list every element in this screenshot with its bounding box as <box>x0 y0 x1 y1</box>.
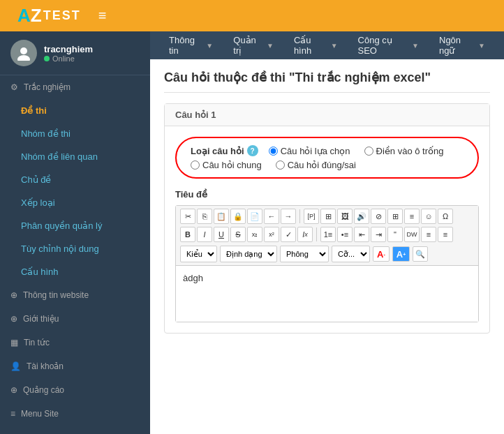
nav-cong-cu-seo-label: Công cụ SEO <box>358 35 410 56</box>
sidebar-section-quang-cao[interactable]: ⊕ Quảng cáo <box>0 378 150 402</box>
btn-paste-doc[interactable]: 📄 <box>247 209 262 224</box>
btn-indent[interactable]: ⇥ <box>371 227 386 242</box>
thong-tin-website-icon: ⊕ <box>10 290 17 300</box>
select-phong[interactable]: Phông <box>280 246 329 262</box>
btn-ul[interactable]: •≡ <box>337 227 353 242</box>
chu-de-label: Chủ đề <box>21 174 51 185</box>
cau-hinh-label: Cấu hình <box>21 267 59 277</box>
sidebar-section-tin-tuc[interactable]: ▦ Tin tức <box>0 331 150 354</box>
tuy-chinh-label: Tùy chỉnh nội dung <box>21 244 99 254</box>
select-kieu[interactable]: Kiểu <box>180 246 217 262</box>
sidebar-item-phan-quyen[interactable]: Phân quyền quản lý <box>0 214 150 237</box>
btn-table[interactable]: ⊞ <box>387 209 403 224</box>
nav-thong-tin[interactable]: Thông tin ▼ <box>161 31 221 61</box>
sidebar-item-xep-loai[interactable]: Xếp loại <box>0 191 150 214</box>
sidebar-item-nhom-de-lien-quan[interactable]: Nhóm đề liên quan <box>0 145 150 168</box>
sidebar: tracnghiem Online ⚙ Trắc nghiệm Đề thi N… <box>0 31 150 434</box>
sidebar-item-chu-de[interactable]: Chủ đề <box>0 168 150 191</box>
option-dung-sai[interactable]: Câu hỏi đúng/sai <box>276 160 356 170</box>
nav-bar: Thông tin ▼ Quản trị ▼ Cấu hình ▼ Công c… <box>150 31 504 59</box>
de-thi-label: Đề thi <box>21 105 47 116</box>
sep2 <box>316 227 317 241</box>
logo: A Z TEST <box>10 1 88 30</box>
btn-italic[interactable]: I <box>197 227 212 242</box>
option-dien-vao[interactable]: Điền vào ô trống <box>364 146 444 156</box>
btn-smiley[interactable]: ☺ <box>421 209 436 224</box>
help-icon[interactable]: ? <box>247 145 258 156</box>
btn-hr[interactable]: ≡ <box>404 209 420 224</box>
sidebar-item-de-thi[interactable]: Đề thi <box>0 99 150 122</box>
btn-underline[interactable]: U <box>214 227 229 242</box>
logo-z: Z <box>31 5 42 27</box>
nhom-de-thi-label: Nhóm đề thi <box>21 128 71 139</box>
sidebar-section-menu-site[interactable]: ≡ Menu Site <box>0 402 150 426</box>
btn-ol[interactable]: 1≡ <box>320 227 336 242</box>
option-lua-chon[interactable]: Câu hỏi lựa chọn <box>269 146 350 156</box>
btn-undo[interactable]: ← <box>264 209 279 224</box>
sidebar-section-tai-khoan[interactable]: 👤 Tài khoản <box>0 354 150 378</box>
btn-check[interactable]: ✓ <box>281 227 296 242</box>
btn-sound[interactable]: 🔊 <box>354 209 369 224</box>
thong-tin-website-label: Thông tin website <box>23 290 89 300</box>
btn-image[interactable]: 🖼 <box>337 209 353 224</box>
tieude-label: Tiêu đề <box>175 189 479 200</box>
trac-nghiem-icon: ⚙ <box>10 82 18 92</box>
nav-cau-hinh[interactable]: Cấu hình ▼ <box>286 31 346 61</box>
select-co[interactable]: Cỡ... <box>332 246 370 262</box>
quang-cao-icon: ⊕ <box>10 385 17 395</box>
nav-ngon-ngu[interactable]: Ngôn ngữ ▼ <box>431 31 494 61</box>
logo-a: A <box>17 5 31 27</box>
nav-quan-tri[interactable]: Quản trị ▼ <box>225 31 282 61</box>
nav-cau-hinh-label: Cấu hình <box>294 35 328 56</box>
nav-cong-cu-seo[interactable]: Công cụ SEO ▼ <box>350 31 427 61</box>
hamburger-menu[interactable]: ≡ <box>98 8 107 24</box>
svg-point-1 <box>17 55 30 61</box>
question-card: Câu hỏi 1 Loại câu hỏi ? Câu hỏi lựa chọ… <box>164 103 490 334</box>
option-chung[interactable]: Câu hỏi chung <box>191 160 262 170</box>
btn-font-color-plus[interactable]: A+ <box>392 246 410 262</box>
question-type-section: Loại câu hỏi ? Câu hỏi lựa chọn Điền vào… <box>175 137 479 179</box>
gioi-thieu-icon: ⊕ <box>10 314 17 324</box>
btn-strike[interactable]: S <box>230 227 246 242</box>
btn-cut[interactable]: ✂ <box>180 209 195 224</box>
sidebar-item-cau-hinh[interactable]: Cấu hình <box>0 260 150 283</box>
sidebar-item-tuy-chinh[interactable]: Tùy chỉnh nội dung <box>0 237 150 260</box>
sep1 <box>299 209 300 223</box>
nav-cau-hinh-arrow: ▼ <box>331 42 338 50</box>
select-dinh-dang[interactable]: Định dạng <box>220 246 277 262</box>
btn-superscript[interactable]: x² <box>264 227 279 242</box>
toolbar-row-3: Kiểu Định dạng Phông Cỡ... <box>180 246 474 262</box>
toolbar-row-1: ✂ ⎘ 📋 🔒 📄 ← → [P] ⊞ 🖼 <box>180 209 474 224</box>
tin-tuc-icon: ▦ <box>10 338 18 347</box>
btn-special[interactable]: Ω <box>438 209 453 224</box>
editor-content[interactable]: àdgh <box>176 266 478 322</box>
quang-cao-label: Quảng cáo <box>23 385 64 395</box>
nav-quan-tri-label: Quản trị <box>233 35 264 56</box>
btn-blockquote[interactable]: " <box>387 227 403 242</box>
btn-dw[interactable]: DW <box>404 227 420 242</box>
sidebar-section-gioi-thieu[interactable]: ⊕ Giới thiệu <box>0 307 150 331</box>
btn-flash[interactable]: ⊘ <box>371 209 386 224</box>
btn-align[interactable]: ≡ <box>421 227 436 242</box>
btn-subscript[interactable]: x₂ <box>247 227 262 242</box>
sidebar-item-nhom-de-thi[interactable]: Nhóm đề thi <box>0 122 150 145</box>
btn-p[interactable]: [P] <box>304 209 319 224</box>
btn-table-insert[interactable]: ⊞ <box>320 209 336 224</box>
sidebar-section-trac-nghiem[interactable]: ⚙ Trắc nghiệm <box>0 75 150 99</box>
card-body: Loại câu hỏi ? Câu hỏi lựa chọn Điền vào… <box>165 126 489 333</box>
btn-redo[interactable]: → <box>281 209 296 224</box>
btn-clear-format[interactable]: Ix <box>297 227 313 242</box>
btn-paste[interactable]: 📋 <box>214 209 229 224</box>
online-status: Online <box>44 54 93 63</box>
sidebar-section-thong-tin[interactable]: ⊕ Thông tin website <box>0 283 150 307</box>
tai-khoan-icon: 👤 <box>10 361 21 371</box>
btn-copy[interactable]: ⎘ <box>197 209 212 224</box>
card-header: Câu hỏi 1 <box>165 104 489 126</box>
nav-ngon-ngu-arrow: ▼ <box>478 42 485 50</box>
btn-source[interactable]: ≡ <box>438 227 453 242</box>
btn-outdent[interactable]: ⇤ <box>354 227 369 242</box>
btn-paste-lock[interactable]: 🔒 <box>230 209 246 224</box>
btn-search-editor[interactable]: 🔍 <box>413 246 428 262</box>
btn-font-color[interactable]: A- <box>373 246 390 262</box>
btn-bold[interactable]: B <box>180 227 195 242</box>
